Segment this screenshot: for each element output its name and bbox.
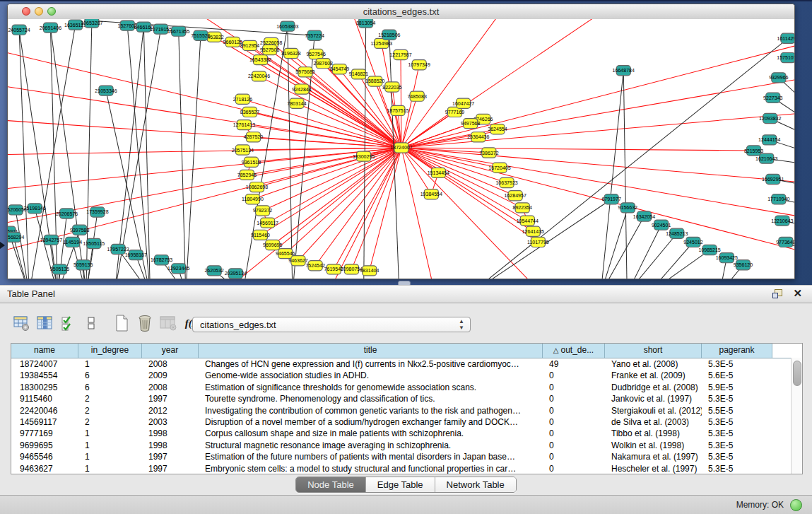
graph-node[interactable]: 12217987 [389, 49, 411, 59]
tab-edge-table[interactable]: Edge Table [366, 477, 435, 492]
tab-node-table[interactable]: Node Table [296, 477, 366, 492]
graph-node[interactable]: 9245012 [683, 237, 702, 247]
column-header-in_degree[interactable]: in_degree [78, 344, 142, 358]
table-row[interactable]: 969969511998Structural magnetic resonanc… [11, 440, 802, 451]
graph-node[interactable]: 8365527 [240, 107, 259, 117]
graph-node[interactable]: 12210643 [771, 216, 793, 226]
graph-node[interactable]: 19384554 [420, 189, 442, 199]
graph-node[interactable]: 9242844 [292, 84, 311, 94]
float-panel-icon[interactable] [772, 289, 782, 298]
graph-node[interactable]: 16093425 [716, 253, 738, 263]
graph-node[interactable]: 6791977 [601, 194, 620, 204]
table-row[interactable]: 946362711997Embryonic stem cells: a mode… [11, 463, 802, 474]
graph-node[interactable]: 9146821 [349, 69, 368, 79]
graph-node[interactable]: 7803144 [287, 98, 306, 108]
column-header-out_de[interactable]: △out_de... [543, 344, 605, 358]
table-row[interactable]: 977716911998Corpus callosum shape and si… [11, 428, 802, 439]
graph-node[interactable]: 8813054 [356, 19, 375, 28]
graph-node[interactable]: 24055724 [8, 25, 30, 35]
column-header-pagerank[interactable]: pagerank [702, 344, 772, 358]
column-header-short[interactable]: short [605, 344, 702, 358]
graph-node[interactable]: 5975685 [295, 67, 314, 77]
table-scrollbar[interactable] [791, 358, 802, 474]
graph-node[interactable]: 8454749 [330, 64, 349, 74]
graph-node[interactable]: 15751074 [777, 53, 794, 63]
graph-node[interactable]: 2620532 [204, 266, 223, 276]
graph-node[interactable]: 16114297 [777, 33, 794, 43]
collapse-panel-arrow-icon[interactable] [0, 242, 5, 249]
graph-node[interactable]: 11804990 [242, 194, 264, 204]
graph-node[interactable]: 7524542 [305, 261, 324, 271]
graph-node[interactable]: 17359928 [86, 207, 108, 217]
graph-node[interactable]: 3624554 [488, 124, 507, 134]
table-row[interactable]: 946554611997Estimation of the future num… [11, 451, 802, 462]
graph-node[interactable]: 9361518 [242, 157, 261, 167]
table-row[interactable]: 1456911722003Disruption of a novel membe… [11, 416, 802, 428]
graph-node[interactable]: 10985215 [698, 245, 720, 255]
graph-node[interactable]: 8222035 [382, 82, 401, 92]
graph-node[interactable]: 9329966 [769, 73, 788, 83]
graph-node[interactable]: 12641435 [522, 226, 544, 236]
table-selector-dropdown[interactable]: citations_edges.txt ▲▼ [192, 317, 471, 332]
trash-button[interactable] [134, 313, 155, 334]
graph-node[interactable]: 8912954 [240, 40, 259, 50]
table-row[interactable]: 911546021997Tourette syndrome. Phenomeno… [11, 393, 802, 404]
graph-node[interactable]: 9227343 [763, 93, 782, 103]
network-canvas[interactable]: 1872400718300295193845541513445497771699… [8, 19, 794, 279]
graph-node[interactable]: 9792372 [253, 206, 272, 216]
graph-node[interactable]: 7852945 [237, 170, 257, 180]
column-header-year[interactable]: year [142, 344, 199, 358]
graph-node[interactable]: 10797349 [408, 60, 430, 70]
graph-node[interactable]: 9773648 [776, 237, 794, 247]
graph-node[interactable]: 9397588 [70, 225, 89, 235]
column-header-name[interactable]: name [11, 344, 78, 358]
graph-node[interactable]: 16543382 [249, 55, 271, 65]
graph-node[interactable]: 8196328 [281, 48, 300, 58]
graph-node[interactable]: 20691406 [40, 23, 61, 33]
graph-node[interactable]: 16053803 [276, 21, 298, 31]
new-document-button[interactable] [111, 313, 132, 334]
tab-network-table[interactable]: Network Table [435, 477, 516, 492]
close-panel-icon[interactable]: ✕ [793, 288, 802, 299]
graph-node[interactable]: 9156632 [618, 203, 637, 213]
graph-node[interactable]: 13505115 [83, 238, 105, 248]
graph-node[interactable]: 9024501 [652, 220, 671, 230]
graph-node[interactable]: 9527508 [260, 45, 279, 54]
graph-node[interactable]: 9527546 [306, 49, 325, 59]
graph-node[interactable]: 11568294 [8, 232, 25, 242]
graph-node[interactable]: 16648784 [613, 66, 635, 76]
graph-node[interactable]: 9505135 [50, 264, 69, 274]
graph-node[interactable]: 12761413 [233, 120, 255, 130]
deselect-all-button[interactable] [81, 313, 102, 334]
table-scrollbar-thumb[interactable] [793, 361, 801, 386]
graph-node[interactable]: 16782753 [151, 255, 172, 265]
graph-node[interactable]: 9831404 [360, 266, 379, 276]
graph-node[interactable]: 14569117 [257, 218, 278, 228]
graph-node[interactable]: 9497568 [461, 119, 480, 129]
graph-node[interactable]: 10862698 [246, 182, 268, 192]
graph-node[interactable]: 17710940 [767, 194, 789, 204]
graph-node[interactable]: 7485083 [407, 91, 426, 101]
graph-node[interactable]: 20575134 [232, 145, 254, 155]
graph-node[interactable]: 18757515 [387, 105, 408, 115]
graph-node[interactable]: 22420046 [248, 71, 270, 81]
graph-node[interactable]: 2718126 [233, 94, 252, 104]
graph-node[interactable]: 4287520 [244, 132, 263, 142]
table-settings-button[interactable] [11, 313, 32, 334]
graph-node[interactable]: 7515526 [191, 30, 210, 40]
table-row[interactable]: 1872400712008Changes of HCN gene express… [11, 358, 802, 370]
table-row[interactable]: 2242004622012Investigating the contribut… [11, 405, 802, 416]
table-row[interactable]: 1938455462009Genome-wide association stu… [11, 370, 802, 381]
graph-node[interactable]: 10544744 [517, 216, 539, 226]
graph-node[interactable]: 21053346 [95, 86, 117, 95]
network-window-titlebar[interactable]: citations_edges.txt [8, 4, 794, 20]
graph-node[interactable]: 12923445 [167, 264, 189, 274]
graph-node[interactable]: 15692951 [762, 174, 784, 184]
column-header-title[interactable]: title [199, 344, 543, 358]
graph-node[interactable]: 20395134 [225, 269, 247, 279]
graph-node[interactable]: 8922354 [513, 203, 532, 213]
graph-node[interactable]: 9356120 [734, 260, 753, 270]
column-visibility-button[interactable] [34, 313, 55, 334]
graph-node[interactable]: 7357224 [305, 30, 324, 40]
graph-node[interactable]: 12485213 [666, 228, 688, 238]
